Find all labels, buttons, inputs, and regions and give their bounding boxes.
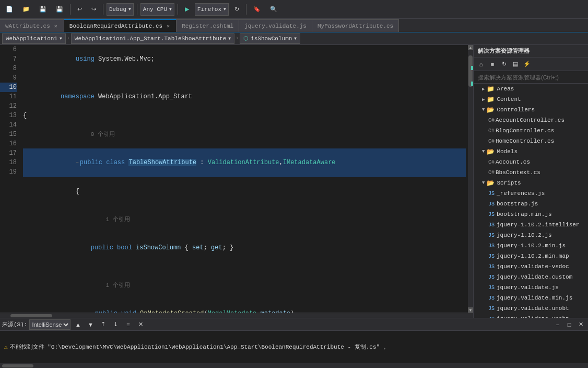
- bottom-scrollbar[interactable]: [0, 363, 588, 368]
- code-scrollbar[interactable]: ▲ ▼: [468, 45, 473, 313]
- source-label: 来源(S):: [2, 320, 27, 328]
- tab-mypassword[interactable]: MyPasswordAttribute.cs: [312, 19, 399, 32]
- se-item-accountcontroller[interactable]: C# AccountController.cs: [474, 115, 588, 125]
- save-btn[interactable]: 💾: [36, 3, 50, 16]
- se-collapse-btn[interactable]: ▤: [510, 59, 521, 70]
- se-item-jqvalidatemin[interactable]: JS jquery.validate.min.js: [474, 293, 588, 303]
- member-dropdown[interactable]: ⬡ isShowColumn ▼: [240, 33, 300, 44]
- browser-dropdown[interactable]: Firefox ▼: [195, 3, 229, 16]
- config-dropdown[interactable]: Debug ▼: [107, 3, 134, 16]
- se-filter-btn[interactable]: ⚡: [522, 59, 532, 70]
- jqueryintellisense-icon: JS: [488, 222, 495, 228]
- se-item-account[interactable]: C# Account.cs: [474, 157, 588, 167]
- tab-jqueryvalidate[interactable]: jquery.validate.js: [239, 19, 312, 32]
- bootstrapmin-label: bootstrap.min.js: [497, 211, 552, 217]
- tab-wattribute-close[interactable]: ✕: [53, 22, 58, 30]
- new-file-btn[interactable]: 📄: [2, 3, 17, 16]
- se-item-scripts[interactable]: ▼ 📂 Scripts: [474, 178, 588, 188]
- h-scrollbar[interactable]: [0, 313, 473, 318]
- blogcontroller-icon: C#: [488, 128, 495, 134]
- bottom-scroll-thumb[interactable]: [2, 364, 33, 367]
- se-item-bbscontext[interactable]: C# BbsContext.cs: [474, 167, 588, 178]
- jqvalidatevsdoc-icon: JS: [488, 264, 495, 270]
- se-item-blogcontroller[interactable]: C# BlogController.cs: [474, 125, 588, 136]
- start-btn[interactable]: ▶: [181, 3, 193, 16]
- se-item-bootstrap[interactable]: JS bootstrap.js: [474, 199, 588, 209]
- config-label: Debug: [109, 6, 126, 13]
- se-item-content[interactable]: ▶ 📁 Content: [474, 94, 588, 105]
- se-item-homecontroller[interactable]: C# HomeController.cs: [474, 136, 588, 146]
- project-dropdown[interactable]: WebApplication1 ▼: [2, 33, 66, 44]
- se-item-jquery1102[interactable]: JS jquery-1.10.2.js: [474, 230, 588, 240]
- cpu-dropdown[interactable]: Any CPU ▼: [140, 3, 174, 16]
- collapse-btn-10[interactable]: −: [76, 160, 79, 166]
- ln-17: 17: [0, 148, 17, 158]
- code-line-14: −public void OnMetadataCreated(ModelMeta…: [23, 300, 466, 313]
- se-item-references[interactable]: JS _references.js: [474, 188, 588, 199]
- tab-register[interactable]: Register.cshtml: [177, 19, 239, 32]
- models-folder-icon: 📂: [487, 148, 495, 156]
- content-chevron: ▶: [482, 97, 485, 102]
- code-line-6: using System.Web.Mvc;: [23, 45, 466, 73]
- bottom-clear-btn[interactable]: ✕: [135, 319, 146, 330]
- se-item-controllers[interactable]: ▼ 📂 Controllers: [474, 105, 588, 115]
- breadcrumb-bar: WebApplication1 ▼ › WebApplication1.App_…: [0, 32, 588, 45]
- jqvalidate-icon: JS: [488, 285, 495, 291]
- se-tree: ▶ 📁 Areas ▶ 📁 Content ▼ 📂 Controllers C#…: [474, 84, 588, 318]
- se-item-jqvalidatecustom[interactable]: JS jquery.validate.custom: [474, 272, 588, 282]
- open-file-btn[interactable]: 📁: [19, 3, 33, 16]
- se-item-bootstrapmin[interactable]: JS bootstrap.min.js: [474, 209, 588, 220]
- refresh-btn[interactable]: ↻: [231, 3, 243, 16]
- se-header: 解决方案资源管理器: [474, 45, 588, 58]
- se-item-jqvalidate[interactable]: JS jquery.validate.js: [474, 282, 588, 293]
- se-item-jquery1102map[interactable]: JS jquery-1.10.2.min.map: [474, 251, 588, 261]
- se-item-jqueryintellisense[interactable]: JS jquery-1.10.2.intelliser: [474, 220, 588, 230]
- se-item-jqvalidateunob2[interactable]: JS jquery.validate.unobt: [474, 314, 588, 318]
- scripts-folder-icon: 📂: [487, 179, 495, 187]
- se-item-jquery1102min[interactable]: JS jquery-1.10.2.min.js: [474, 240, 588, 251]
- sep4: [178, 4, 178, 15]
- se-item-jqvalidatevsdoc[interactable]: JS jquery.validate-vsdoc: [474, 261, 588, 272]
- bookmark-btn[interactable]: 🔖: [250, 3, 264, 16]
- collapse-btn-14[interactable]: −: [91, 311, 94, 313]
- code-area[interactable]: using System.Web.Mvc; namespace WebAppli…: [21, 45, 468, 313]
- bottom-top-btn[interactable]: ⤒: [98, 319, 108, 330]
- bottom-restore-btn[interactable]: □: [564, 319, 574, 330]
- scroll-down[interactable]: ▼: [468, 307, 473, 313]
- code-line-13: [23, 262, 466, 271]
- se-item-areas[interactable]: ▶ 📁 Areas: [474, 84, 588, 94]
- models-label: Models: [497, 148, 518, 155]
- namespace-dropdown[interactable]: WebApplication1.App_Start.TableShowAttri…: [71, 33, 234, 44]
- bottom-minimize-btn[interactable]: −: [552, 319, 563, 330]
- tab-booleanrequired-close[interactable]: ✕: [166, 22, 171, 30]
- se-refresh-btn[interactable]: ↻: [499, 59, 509, 70]
- namespace-label: WebApplication1.App_Start.TableShowAttri…: [75, 36, 226, 42]
- find-btn[interactable]: 🔍: [266, 3, 281, 16]
- jquery1102map-icon: JS: [488, 254, 495, 259]
- ln-9: 9: [0, 73, 17, 83]
- bottom-down-btn[interactable]: ▼: [85, 319, 96, 330]
- ln-19: 19: [0, 167, 17, 177]
- tab-booleanrequired[interactable]: BooleanRequiredAttribute.cs ✕: [64, 19, 177, 32]
- bottom-up-btn[interactable]: ▲: [73, 319, 83, 330]
- scroll-up[interactable]: ▲: [468, 45, 473, 50]
- se-home-btn[interactable]: ⌂: [476, 59, 486, 70]
- se-search-input[interactable]: [478, 74, 584, 80]
- bottom-close-btn[interactable]: ✕: [575, 319, 586, 330]
- tab-wattribute[interactable]: wAttribute.cs ✕: [0, 19, 64, 32]
- line-numbers: 6 7 8 9 10 11 12 13 14 15 16 17 18 19: [0, 45, 21, 313]
- bc-sep1: ›: [67, 36, 70, 41]
- source-select[interactable]: IntelliSense: [29, 319, 70, 330]
- bottom-filter-btn[interactable]: ≡: [123, 319, 133, 330]
- undo-btn[interactable]: ↩: [74, 3, 86, 16]
- save-all-btn[interactable]: 💾: [52, 3, 67, 16]
- se-item-jqvalidateunob1[interactable]: JS jquery.validate.unobt: [474, 303, 588, 314]
- bottom-bot-btn[interactable]: ⤓: [110, 319, 121, 330]
- ln-11: 11: [0, 92, 17, 101]
- browser-label: Firefox: [197, 6, 221, 13]
- h-scroll-thumb[interactable]: [10, 314, 52, 317]
- redo-btn[interactable]: ↪: [88, 3, 100, 16]
- se-item-models[interactable]: ▼ 📂 Models: [474, 146, 588, 157]
- jqvalidate-label: jquery.validate.js: [497, 284, 559, 291]
- se-props-btn[interactable]: ≡: [487, 59, 498, 70]
